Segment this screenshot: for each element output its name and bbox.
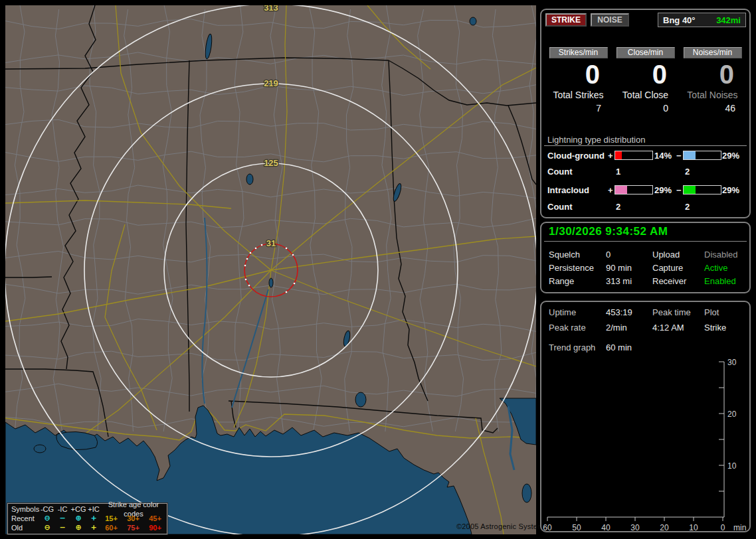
ic-positive-count: 2 (616, 202, 620, 212)
squelch-label: Squelch (549, 250, 580, 260)
y-axis-ticks (719, 362, 724, 491)
y-tick-30: 30 (727, 358, 737, 367)
plus-sign: + (608, 185, 613, 195)
plus-sign: + (608, 151, 613, 161)
noises-per-min-label: Noises/min (684, 47, 742, 58)
x-tick-0: 0 (721, 523, 725, 532)
strikes-per-min-value: 0 (546, 60, 611, 89)
count-label: Count (547, 202, 573, 212)
legend-header-row: Symbols -CG -IC +CG +IC Strike age color… (8, 504, 167, 514)
capture-label: Capture (652, 263, 683, 273)
strike-button[interactable]: STRIKE (545, 13, 587, 27)
uptime-label: Uptime (549, 307, 576, 317)
pos-cg-recent-icon: ⊕ (70, 514, 87, 523)
legend-old-label: Old (11, 523, 39, 532)
ring-label-31: 31 (266, 238, 276, 248)
age-60: 60+ (100, 523, 122, 532)
ring-label-313: 313 (264, 5, 278, 13)
cg-negative-pct: 29% (722, 151, 739, 161)
x-tick-10: 10 (689, 523, 698, 532)
y-tick-10: 10 (727, 461, 737, 471)
ic-positive-bar (614, 185, 653, 194)
rate-counters: Strikes/min 0 Total Strikes 7 Close/min … (541, 47, 749, 114)
nexstorm-window: { "header": { "strike_button": "STRIKE",… (0, 0, 756, 539)
noise-button[interactable]: NOISE (591, 13, 629, 27)
pos-ic-old-icon: + (87, 523, 100, 532)
neg-cg-recent-icon: ⊖ (39, 514, 55, 523)
count-label: Count (547, 167, 573, 177)
total-close-value: 0 (613, 103, 678, 114)
legend-symbols-header: Symbols (11, 504, 39, 514)
ic-positive-pct: 29% (654, 185, 672, 195)
legend-old-row: Old ⊖ − ⊕ + 60+ 75+ 90+ (8, 523, 167, 532)
receiver-label: Receiver (652, 276, 686, 286)
legend-col-neg-cg: -CG (39, 504, 55, 514)
squelch-value: 0 (606, 250, 611, 260)
cg-positive-count: 1 (616, 167, 620, 177)
strikes-column: Strikes/min 0 Total Strikes 7 (545, 47, 612, 114)
total-close-label: Total Close (613, 90, 678, 100)
cloud-ground-row: Cloud-ground + 14% − 29% (541, 151, 749, 161)
strikes-per-min-label: Strikes/min (549, 47, 608, 58)
x-tick-60: 60 (543, 523, 552, 532)
cg-negative-count: 2 (685, 167, 690, 177)
cg-negative-bar (683, 151, 721, 160)
datetime-display: 1/30/2026 9:34:52 AM (549, 225, 668, 238)
cg-positive-pct: 14% (654, 151, 672, 161)
map-svg: 313 219 125 31 (5, 5, 536, 534)
x-tick-40: 40 (601, 523, 611, 532)
ring-label-125: 125 (264, 158, 278, 168)
neg-ic-recent-icon: − (55, 514, 70, 523)
upload-label: Upload (652, 250, 680, 260)
persistence-label: Persistence (549, 263, 594, 273)
status-row: Squelch 0 Upload Disabled (541, 250, 749, 260)
bearing-value: Bng 40° (663, 15, 696, 25)
ic-negative-pct: 29% (722, 185, 739, 195)
total-noises-value: 46 (680, 103, 745, 114)
cloud-ground-label: Cloud-ground (547, 151, 605, 161)
peak-time-value: 4:12 AM (652, 323, 684, 333)
peak-rate-label: Peak rate (549, 323, 586, 333)
peak-time-label: Peak time (652, 307, 691, 317)
receiver-status: Enabled (704, 276, 736, 286)
legend-recent-row: Recent ⊖ − ⊕ + 15+ 30+ 45+ (8, 514, 167, 523)
map-canvas[interactable]: 313 219 125 31 (5, 5, 536, 534)
total-strikes-value: 7 (546, 103, 611, 114)
cg-positive-bar (614, 151, 653, 160)
age-90: 90+ (144, 523, 166, 532)
legend-recent-label: Recent (11, 514, 39, 523)
distance-value: 342mi (716, 15, 741, 25)
distribution-title: Lightning type distribution (547, 135, 645, 145)
ic-negative-count: 2 (685, 202, 690, 212)
counters-panel: STRIKE NOISE Bng 40° 342mi Strikes/min 0… (540, 9, 751, 218)
intracloud-row: Intracloud + 29% − 29% (541, 185, 749, 195)
x-tick-50: 50 (572, 523, 581, 532)
trend-graph-label: Trend graph (549, 343, 595, 352)
bearing-distance-readout: Bng 40° 342mi (658, 13, 746, 27)
age-45: 45+ (144, 514, 166, 523)
ic-negative-bar (683, 185, 721, 194)
capture-status: Active (704, 263, 727, 273)
x-tick-30: 30 (630, 523, 640, 532)
y-tick-20: 20 (727, 410, 737, 419)
plot-value: Strike (704, 323, 726, 333)
x-tick-20: 20 (660, 523, 669, 532)
close-per-min-value: 0 (613, 60, 678, 89)
total-noises-label: Total Noises (680, 90, 745, 100)
minus-sign: − (676, 185, 682, 195)
datetime-divider (544, 241, 747, 242)
noises-column: Noises/min 0 Total Noises 46 (679, 47, 746, 114)
ring-label-219: 219 (264, 78, 278, 88)
persistence-value: 90 min (606, 263, 632, 273)
stats-panel: Uptime 453:19 Peak time Plot Peak rate 2… (540, 301, 751, 532)
peak-rate-value: 2/min (606, 323, 627, 333)
stats-row: Peak rate 2/min 4:12 AM Strike (541, 323, 749, 333)
copyright-label: ©2005 Astrogenic Systems (456, 522, 547, 530)
cloud-ground-count-row: Count 1 2 (541, 167, 749, 177)
neg-ic-old-icon: − (55, 523, 70, 532)
close-column: Close/min 0 Total Close 0 (612, 47, 679, 114)
uptime-value: 453:19 (606, 307, 632, 317)
minus-sign: − (676, 151, 682, 161)
stats-row: Uptime 453:19 Peak time Plot (541, 307, 749, 318)
legend-col-pos-cg: +CG (70, 504, 87, 514)
